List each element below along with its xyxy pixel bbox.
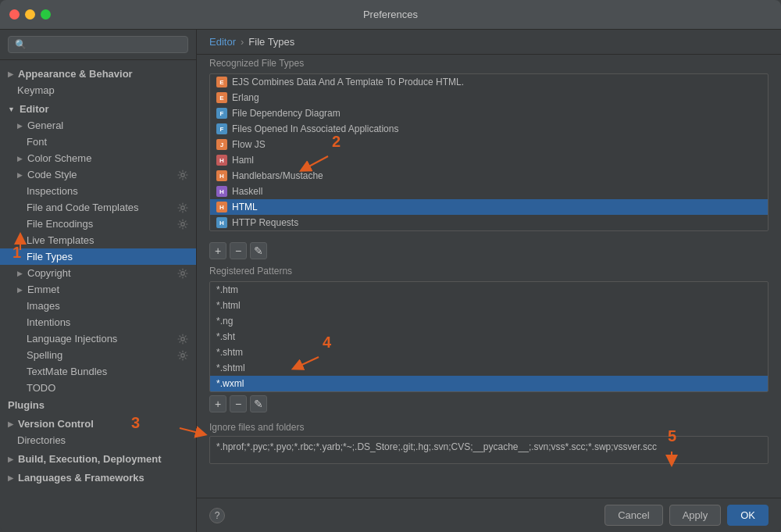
file-types-list: E EJS Combines Data And A Template To Pr…	[209, 73, 769, 231]
triangle-icon-color: ▶	[17, 155, 23, 162]
pattern-htm[interactable]: *.htm	[210, 282, 768, 298]
apply-button[interactable]: Apply	[669, 505, 722, 526]
ok-button[interactable]: OK	[727, 505, 769, 526]
svg-point-5	[181, 353, 184, 356]
file-type-flow-js[interactable]: J Flow JS	[210, 137, 768, 152]
add-pattern-button[interactable]: +	[209, 395, 226, 412]
file-icon-haskell: H	[216, 186, 227, 197]
main-content: ▶ Appearance & Behavior Keymap ▼ Editor …	[0, 30, 781, 532]
breadcrumb-separator: ›	[241, 36, 244, 48]
pattern-shtml[interactable]: *.shtml	[210, 360, 768, 376]
ignore-label: Ignore files and folders	[209, 422, 769, 433]
remove-file-type-button[interactable]: −	[230, 242, 247, 259]
file-type-haml[interactable]: H Haml	[210, 152, 768, 168]
sidebar-item-file-types[interactable]: File Types	[0, 248, 196, 265]
sidebar-item-spelling[interactable]: Spelling	[0, 347, 196, 363]
file-icon-html: H	[216, 202, 227, 212]
svg-point-0	[181, 173, 184, 176]
sidebar-item-appearance[interactable]: ▶ Appearance & Behavior	[0, 63, 196, 82]
sidebar-item-directories[interactable]: Directories	[0, 432, 196, 448]
sidebar-item-plugins[interactable]: Plugins	[0, 396, 196, 413]
pattern-ng[interactable]: *.ng	[210, 313, 768, 329]
pattern-wxml[interactable]: *.wxml	[210, 376, 768, 391]
gear-icon-file-code	[177, 202, 188, 213]
ignore-field[interactable]: *.hprof;*.pyc;*.pyo;*.rbc;*.yarb;*~;.DS_…	[209, 436, 769, 464]
file-icon-flowjs: J	[216, 139, 227, 150]
file-type-file-dep[interactable]: F File Dependency Diagram	[210, 105, 768, 121]
sidebar-item-general[interactable]: ▶ General	[0, 117, 196, 134]
pattern-shtm[interactable]: *.shtm	[210, 345, 768, 360]
sidebar-list: ▶ Appearance & Behavior Keymap ▼ Editor …	[0, 60, 196, 532]
panel-content: Recognized File Types E EJS Combines Dat…	[197, 55, 781, 498]
sidebar-item-color-scheme[interactable]: ▶ Color Scheme	[0, 150, 196, 166]
gear-icon-file-encodings	[177, 219, 188, 230]
sidebar-item-textmate[interactable]: TextMate Bundles	[0, 363, 196, 380]
minimize-button[interactable]	[25, 9, 35, 20]
triangle-icon-copyright: ▶	[17, 270, 23, 277]
sidebar-item-file-encodings[interactable]: File Encodings	[0, 216, 196, 232]
window-controls	[9, 9, 51, 20]
file-icon-erlang: E	[216, 92, 227, 103]
sidebar-item-language-injections[interactable]: Language Injections	[0, 330, 196, 347]
breadcrumb-parent[interactable]: Editor	[209, 36, 236, 48]
cancel-button[interactable]: Cancel	[604, 505, 662, 526]
sidebar-item-languages[interactable]: ▶ Languages & Frameworks	[0, 467, 196, 486]
file-icon-ejs: E	[216, 77, 227, 87]
sidebar-item-inspections[interactable]: Inspections	[0, 183, 196, 199]
pattern-sht[interactable]: *.sht	[210, 329, 768, 345]
file-type-erlang[interactable]: E Erlang	[210, 90, 768, 105]
sidebar-item-file-code-templates[interactable]: File and Code Templates	[0, 199, 196, 216]
close-button[interactable]	[9, 9, 20, 20]
sidebar-item-editor[interactable]: ▼ Editor	[0, 98, 196, 117]
file-type-ejs[interactable]: E EJS Combines Data And A Template To Pr…	[210, 74, 768, 90]
sidebar-search-area	[0, 30, 196, 60]
add-file-type-button[interactable]: +	[209, 242, 226, 259]
help-button[interactable]: ?	[209, 508, 225, 523]
file-type-haskell[interactable]: H Haskell	[210, 184, 768, 199]
sidebar-item-version-control[interactable]: ▶ Version Control	[0, 413, 196, 432]
right-panel: Editor › File Types Recognized File Type…	[197, 30, 781, 532]
bottom-right: Cancel Apply OK	[604, 505, 769, 526]
sidebar-item-images[interactable]: Images	[0, 298, 196, 314]
sidebar-item-todo[interactable]: TODO	[0, 380, 196, 396]
sidebar-item-emmet[interactable]: ▶ Emmet	[0, 281, 196, 298]
triangle-icon-build: ▶	[8, 455, 13, 463]
sidebar-item-keymap[interactable]: Keymap	[0, 82, 196, 98]
bottom-left: ?	[209, 508, 225, 523]
remove-pattern-button[interactable]: −	[230, 395, 247, 412]
recognized-types-label: Recognized File Types	[209, 58, 769, 69]
file-type-files-opened[interactable]: F Files Opened In Associated Application…	[210, 121, 768, 137]
file-type-http-requests[interactable]: H HTTP Requests	[210, 215, 768, 230]
sidebar-item-copyright[interactable]: ▶ Copyright	[0, 265, 196, 281]
gear-icon-language-injections	[177, 334, 188, 345]
edit-file-type-button[interactable]: ✎	[250, 242, 267, 259]
svg-point-4	[181, 337, 184, 340]
window-title: Preferences	[363, 9, 418, 20]
sidebar-item-code-style[interactable]: ▶ Code Style	[0, 166, 196, 183]
file-icon-handlebars: H	[216, 170, 227, 181]
file-type-html[interactable]: H HTML	[210, 199, 768, 215]
triangle-icon-code: ▶	[17, 171, 23, 179]
triangle-icon-vc: ▶	[8, 420, 13, 428]
sidebar: ▶ Appearance & Behavior Keymap ▼ Editor …	[0, 30, 197, 532]
breadcrumb: Editor › File Types	[197, 30, 781, 55]
file-type-handlebars[interactable]: H Handlebars/Mustache	[210, 168, 768, 184]
triangle-icon-languages: ▶	[8, 474, 13, 482]
pattern-html[interactable]: *.html	[210, 298, 768, 313]
titlebar: Preferences	[0, 0, 781, 30]
triangle-icon-emmet: ▶	[17, 286, 23, 294]
sidebar-item-build[interactable]: ▶ Build, Execution, Deployment	[0, 448, 196, 467]
maximize-button[interactable]	[41, 9, 51, 20]
edit-pattern-button[interactable]: ✎	[250, 395, 267, 412]
triangle-open-icon: ▼	[8, 105, 15, 113]
sidebar-search-input[interactable]	[8, 36, 188, 53]
gear-icon-copyright	[177, 268, 188, 279]
breadcrumb-current: File Types	[248, 36, 294, 48]
ignore-section: Ignore files and folders *.hprof;*.pyc;*…	[209, 422, 769, 464]
sidebar-item-intentions[interactable]: Intentions	[0, 314, 196, 330]
sidebar-item-font[interactable]: Font	[0, 134, 196, 150]
gear-icon-spelling	[177, 350, 188, 361]
registered-patterns-label: Registered Patterns	[209, 266, 769, 277]
file-icon-http: H	[216, 217, 227, 228]
sidebar-item-live-templates[interactable]: Live Templates	[0, 232, 196, 248]
